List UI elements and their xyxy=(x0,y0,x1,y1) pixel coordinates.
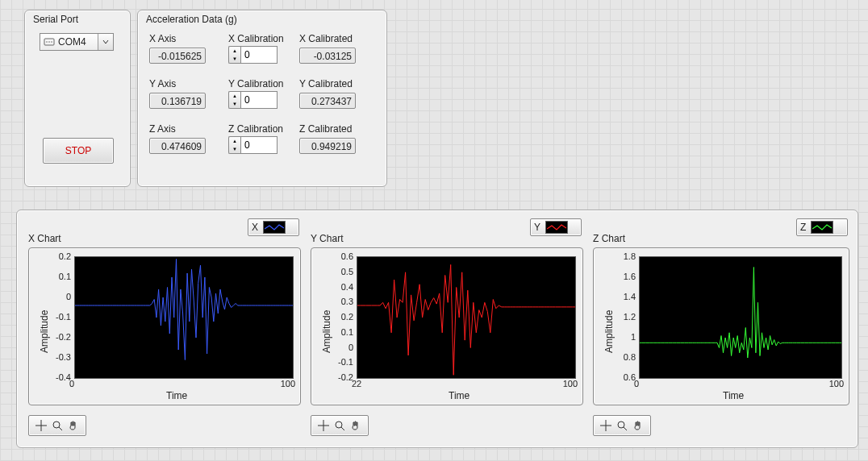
z-legend[interactable]: Z xyxy=(796,218,848,236)
stop-button[interactable]: STOP xyxy=(43,138,114,164)
y-tick: 1.6 xyxy=(610,272,636,281)
y-tick: 1.2 xyxy=(610,312,636,322)
x-legend-swatch xyxy=(263,221,286,234)
z-chart-box: Amplitude 1.81.61.41.210.80.6 0 100 Time xyxy=(593,247,849,405)
y-tick: 0.6 xyxy=(610,372,636,382)
x-chart-xtick-max: 100 xyxy=(271,379,295,388)
y-tick: 0.4 xyxy=(328,282,353,292)
y-calibration-input[interactable] xyxy=(240,91,278,109)
y-tick: -0.1 xyxy=(328,357,353,367)
y-calibration-spinner[interactable]: ▲▼ xyxy=(228,91,278,109)
x-chart-plot[interactable] xyxy=(74,256,294,379)
x-axis-label: X Axis xyxy=(149,33,176,44)
z-legend-swatch xyxy=(811,221,833,234)
x-chart-title: X Chart xyxy=(28,233,61,244)
crosshair-icon[interactable] xyxy=(318,420,329,431)
spin-down-icon[interactable]: ▼ xyxy=(229,55,240,63)
y-tick: -0.1 xyxy=(45,312,71,322)
spin-up-icon[interactable]: ▲ xyxy=(229,47,240,55)
accel-group-title: Acceleration Data (g) xyxy=(146,14,237,25)
spin-down-icon[interactable]: ▼ xyxy=(229,100,240,108)
hand-icon[interactable] xyxy=(632,420,644,431)
y-tick: 0.1 xyxy=(328,327,353,337)
accel-panel: Acceleration Data (g) X Axis -0.015625 X… xyxy=(137,10,387,187)
x-calibration-spinner[interactable]: ▲▼ xyxy=(228,46,278,64)
y-tick: 0.1 xyxy=(45,272,71,281)
y-legend[interactable]: Y xyxy=(530,218,582,236)
y-tick: 0 xyxy=(328,343,353,352)
x-calibrated-label: X Calibrated xyxy=(299,33,353,44)
y-chart-title: Y Chart xyxy=(311,233,343,244)
spin-up-icon[interactable]: ▲ xyxy=(229,137,240,145)
z-chart-plot[interactable] xyxy=(639,256,842,379)
y-tick: 0.2 xyxy=(45,251,71,261)
x-legend[interactable]: X xyxy=(248,218,299,236)
svg-point-6 xyxy=(618,422,624,428)
y-tick: 1.4 xyxy=(610,292,636,301)
z-axis-value: 0.474609 xyxy=(149,138,206,154)
y-tick: 0.5 xyxy=(328,267,353,276)
zoom-icon[interactable] xyxy=(52,420,63,431)
x-legend-label: X xyxy=(252,222,258,233)
charts-panel: X X Chart Amplitude 0.20.10-0.1-0.2-0.3-… xyxy=(16,210,858,448)
y-tick: -0.2 xyxy=(328,372,353,382)
y-calibrated-value: 0.273437 xyxy=(299,93,356,109)
y-tick: 0 xyxy=(45,292,71,301)
zoom-icon[interactable] xyxy=(334,420,345,431)
y-tick: 1.8 xyxy=(610,251,636,261)
y-axis-value: 0.136719 xyxy=(149,93,206,109)
serial-port-select[interactable]: COM4 xyxy=(40,33,114,51)
z-calibration-spinner[interactable]: ▲▼ xyxy=(228,136,278,154)
x-chart-toolbar[interactable] xyxy=(28,415,86,436)
z-calibration-input[interactable] xyxy=(240,136,278,154)
y-tick: 0.8 xyxy=(610,352,636,362)
svg-point-2 xyxy=(48,41,50,43)
z-legend-label: Z xyxy=(800,222,806,233)
hand-icon[interactable] xyxy=(68,420,79,431)
y-axis-label: Y Axis xyxy=(149,78,176,89)
z-chart-xtick-max: 100 xyxy=(820,379,844,388)
crosshair-icon[interactable] xyxy=(35,420,47,431)
serial-port-value: COM4 xyxy=(58,36,86,48)
x-chart-xtick-min: 0 xyxy=(69,379,86,388)
y-tick: 0.3 xyxy=(328,297,353,306)
y-legend-label: Y xyxy=(534,222,540,233)
svg-point-3 xyxy=(51,41,52,43)
y-tick: 1 xyxy=(610,332,636,342)
y-chart-box: Amplitude 0.60.50.40.30.20.10-0.1-0.2 22… xyxy=(311,247,583,405)
z-chart-title: Z Chart xyxy=(593,233,625,244)
y-chart-plot[interactable] xyxy=(357,256,576,379)
serial-port-icon xyxy=(44,36,55,48)
svg-point-5 xyxy=(336,422,342,428)
hand-icon[interactable] xyxy=(350,420,361,431)
y-tick: 0.6 xyxy=(328,251,353,261)
serial-port-group-title: Serial Port xyxy=(33,14,78,25)
spin-down-icon[interactable]: ▼ xyxy=(229,145,240,153)
y-tick: -0.4 xyxy=(45,372,71,382)
y-chart-xlabel: Time xyxy=(449,390,469,401)
z-chart-xtick-min: 0 xyxy=(634,379,650,388)
z-chart-toolbar[interactable] xyxy=(593,415,651,436)
zoom-icon[interactable] xyxy=(616,420,628,431)
y-calibrated-label: Y Calibrated xyxy=(299,78,353,89)
y-chart-xtick-max: 100 xyxy=(553,379,578,388)
y-chart-xtick-min: 22 xyxy=(352,379,368,388)
x-cal-label: X Calibration xyxy=(228,33,284,44)
x-calibration-input[interactable] xyxy=(240,46,278,64)
y-chart-toolbar[interactable] xyxy=(311,415,369,436)
chevron-down-icon[interactable] xyxy=(98,34,113,50)
x-chart-xlabel: Time xyxy=(166,390,187,401)
crosshair-icon[interactable] xyxy=(600,420,611,431)
y-tick: -0.3 xyxy=(45,352,71,362)
svg-point-4 xyxy=(53,422,60,428)
x-axis-value: -0.015625 xyxy=(149,48,206,64)
z-axis-label: Z Axis xyxy=(149,123,176,135)
svg-point-1 xyxy=(46,41,48,43)
x-calibrated-value: -0.03125 xyxy=(299,48,356,64)
y-legend-swatch xyxy=(545,221,568,234)
z-cal-label: Z Calibration xyxy=(228,123,283,135)
z-calibrated-label: Z Calibrated xyxy=(299,123,352,135)
x-chart-box: Amplitude 0.20.10-0.1-0.2-0.3-0.4 0 100 … xyxy=(28,247,301,405)
serial-port-panel: Serial Port COM4 STOP xyxy=(24,10,131,187)
spin-up-icon[interactable]: ▲ xyxy=(229,92,240,100)
